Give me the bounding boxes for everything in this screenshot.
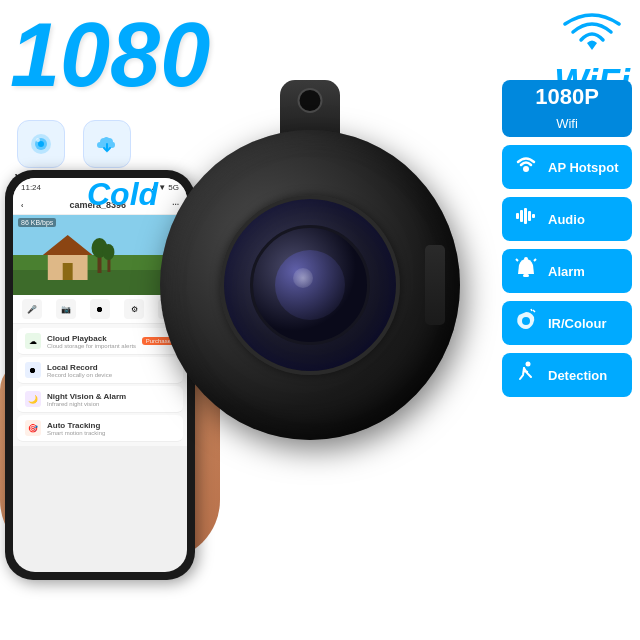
svg-line-22 bbox=[516, 259, 518, 261]
svg-point-14 bbox=[523, 166, 529, 172]
v380-icon bbox=[17, 120, 65, 168]
detection-label: Detection bbox=[548, 368, 607, 383]
cold-text: Cold bbox=[87, 176, 158, 213]
feature-ir-colour: IR/Colour bbox=[502, 301, 632, 345]
camera-main bbox=[130, 80, 490, 500]
alarm-icon bbox=[512, 255, 540, 287]
phone-bitrate: 86 KB/bps bbox=[18, 218, 56, 227]
svg-point-25 bbox=[526, 362, 531, 367]
svg-rect-18 bbox=[528, 211, 531, 221]
audio-label: Audio bbox=[548, 212, 585, 227]
feature-audio: Audio bbox=[502, 197, 632, 241]
ap-hotspot-label: AP Hotspot bbox=[548, 160, 619, 175]
alarm-label: Alarm bbox=[548, 264, 585, 279]
camera-lens-core bbox=[275, 250, 345, 320]
camera-mount-hole bbox=[298, 88, 323, 113]
cloud-playback-text: Cloud Playback Cloud storage for importa… bbox=[47, 334, 142, 349]
camera-body bbox=[160, 130, 460, 440]
record-ctrl[interactable]: ⏺ bbox=[90, 299, 110, 319]
camera-lens-outer bbox=[220, 195, 400, 375]
feature-ap-hotspot: AP Hotspot bbox=[502, 145, 632, 189]
svg-point-3 bbox=[36, 138, 40, 142]
feature-detection: Detection bbox=[502, 353, 632, 397]
svg-rect-9 bbox=[63, 263, 73, 280]
camera-lens-highlight bbox=[293, 268, 313, 288]
svg-point-2 bbox=[38, 141, 44, 147]
detection-icon bbox=[512, 359, 540, 391]
night-vision-icon: 🌙 bbox=[25, 391, 41, 407]
ir-colour-label: IR/Colour bbox=[548, 316, 607, 331]
audio-icon bbox=[512, 203, 540, 235]
svg-rect-15 bbox=[516, 213, 519, 219]
screenshot-ctrl[interactable]: 📷 bbox=[56, 299, 76, 319]
feature-1080p: 1080P Wifi bbox=[502, 80, 632, 137]
ir-colour-icon bbox=[512, 307, 540, 339]
feature-wifi-label: Wifi bbox=[556, 116, 578, 131]
svg-rect-16 bbox=[520, 210, 523, 222]
svg-point-21 bbox=[524, 257, 528, 261]
cloud-playback-icon: ☁ bbox=[25, 333, 41, 349]
svg-point-13 bbox=[102, 244, 114, 260]
svg-point-24 bbox=[522, 317, 530, 325]
local-record-icon: ⏺ bbox=[25, 362, 41, 378]
feature-1080p-label: 1080P bbox=[535, 86, 599, 108]
auto-tracking-icon: 🎯 bbox=[25, 420, 41, 436]
feature-alarm: Alarm bbox=[502, 249, 632, 293]
cloud-icon bbox=[83, 120, 131, 168]
svg-rect-20 bbox=[523, 274, 529, 277]
svg-line-23 bbox=[534, 259, 536, 261]
phone-time: 11:24 bbox=[21, 183, 41, 192]
svg-rect-19 bbox=[532, 214, 535, 218]
wifi-icon bbox=[557, 10, 627, 60]
features-panel: 1080P Wifi AP Hotspot Audio bbox=[502, 80, 632, 397]
camera-lens-inner bbox=[250, 225, 370, 345]
svg-rect-17 bbox=[524, 208, 527, 224]
mic-ctrl[interactable]: 🎤 bbox=[22, 299, 42, 319]
ap-hotspot-icon bbox=[512, 151, 540, 183]
camera-side-detail bbox=[425, 245, 445, 325]
